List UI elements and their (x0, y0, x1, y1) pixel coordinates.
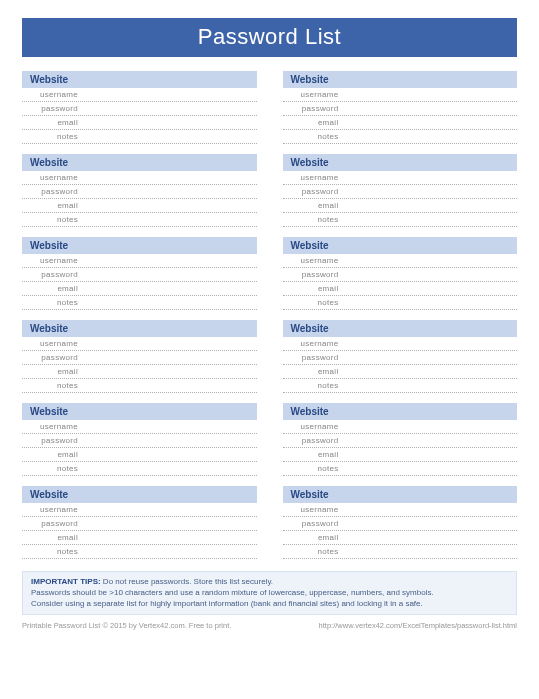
password-entry: Websiteusernamepasswordemailnotes (283, 486, 518, 559)
email-row: email (283, 365, 518, 379)
notes-row: notes (22, 130, 257, 144)
username-row: username (22, 254, 257, 268)
password-row: password (283, 185, 518, 199)
username-label: username (283, 339, 345, 348)
website-header: Website (22, 403, 257, 420)
email-label: email (283, 533, 345, 542)
password-row: password (22, 268, 257, 282)
username-label: username (22, 90, 84, 99)
column-left: WebsiteusernamepasswordemailnotesWebsite… (22, 71, 257, 559)
password-entry: Websiteusernamepasswordemailnotes (22, 237, 257, 310)
password-entry: Websiteusernamepasswordemailnotes (283, 403, 518, 476)
username-row: username (283, 337, 518, 351)
notes-label: notes (22, 381, 84, 390)
website-header: Website (22, 71, 257, 88)
username-row: username (283, 503, 518, 517)
email-row: email (283, 531, 518, 545)
password-entry: Websiteusernamepasswordemailnotes (22, 486, 257, 559)
notes-row: notes (283, 545, 518, 559)
page-title: Password List (22, 18, 517, 57)
email-label: email (22, 201, 84, 210)
notes-row: notes (283, 213, 518, 227)
column-right: WebsiteusernamepasswordemailnotesWebsite… (283, 71, 518, 559)
password-row: password (22, 102, 257, 116)
password-entry: Websiteusernamepasswordemailnotes (22, 320, 257, 393)
website-header: Website (283, 154, 518, 171)
notes-label: notes (283, 215, 345, 224)
notes-row: notes (283, 379, 518, 393)
notes-row: notes (22, 296, 257, 310)
tips-title: IMPORTANT TIPS: (31, 577, 101, 586)
email-row: email (283, 116, 518, 130)
email-label: email (283, 118, 345, 127)
username-row: username (283, 420, 518, 434)
notes-label: notes (22, 464, 84, 473)
username-label: username (22, 256, 84, 265)
password-label: password (283, 187, 345, 196)
username-row: username (22, 420, 257, 434)
notes-row: notes (283, 130, 518, 144)
password-row: password (22, 517, 257, 531)
notes-label: notes (22, 132, 84, 141)
website-header: Website (22, 154, 257, 171)
password-label: password (283, 104, 345, 113)
username-label: username (283, 505, 345, 514)
notes-row: notes (22, 462, 257, 476)
email-label: email (22, 284, 84, 293)
email-row: email (22, 199, 257, 213)
password-row: password (22, 351, 257, 365)
password-label: password (283, 353, 345, 362)
password-label: password (22, 187, 84, 196)
username-row: username (283, 171, 518, 185)
password-entry: Websiteusernamepasswordemailnotes (283, 320, 518, 393)
username-row: username (22, 88, 257, 102)
username-label: username (22, 173, 84, 182)
username-label: username (283, 256, 345, 265)
website-header: Website (283, 403, 518, 420)
password-row: password (283, 268, 518, 282)
password-entry: Websiteusernamepasswordemailnotes (283, 71, 518, 144)
email-row: email (22, 448, 257, 462)
important-tips-box: IMPORTANT TIPS: Do not reuse passwords. … (22, 571, 517, 615)
notes-row: notes (22, 379, 257, 393)
username-row: username (22, 503, 257, 517)
notes-row: notes (283, 296, 518, 310)
username-row: username (283, 88, 518, 102)
website-header: Website (283, 320, 518, 337)
username-row: username (22, 171, 257, 185)
email-row: email (283, 448, 518, 462)
email-row: email (22, 282, 257, 296)
email-row: email (22, 365, 257, 379)
email-label: email (22, 450, 84, 459)
entries-columns: WebsiteusernamepasswordemailnotesWebsite… (22, 71, 517, 559)
notes-label: notes (22, 215, 84, 224)
password-label: password (22, 519, 84, 528)
username-label: username (22, 505, 84, 514)
website-header: Website (283, 486, 518, 503)
notes-label: notes (283, 464, 345, 473)
website-header: Website (22, 320, 257, 337)
password-label: password (283, 519, 345, 528)
email-label: email (283, 450, 345, 459)
website-header: Website (22, 237, 257, 254)
tips-line-1: Do not reuse passwords. Store this list … (103, 577, 273, 586)
username-label: username (283, 90, 345, 99)
website-header: Website (283, 237, 518, 254)
password-label: password (22, 436, 84, 445)
password-label: password (283, 270, 345, 279)
notes-label: notes (283, 381, 345, 390)
password-label: password (283, 436, 345, 445)
password-label: password (22, 270, 84, 279)
password-row: password (283, 102, 518, 116)
website-header: Website (22, 486, 257, 503)
password-entry: Websiteusernamepasswordemailnotes (283, 237, 518, 310)
email-label: email (283, 284, 345, 293)
username-label: username (22, 422, 84, 431)
tips-line-3: Consider using a separate list for highl… (31, 599, 423, 608)
email-row: email (22, 531, 257, 545)
email-row: email (283, 199, 518, 213)
password-entry: Websiteusernamepasswordemailnotes (283, 154, 518, 227)
page-footer: Printable Password List © 2015 by Vertex… (22, 621, 517, 630)
notes-label: notes (22, 547, 84, 556)
website-header: Website (283, 71, 518, 88)
